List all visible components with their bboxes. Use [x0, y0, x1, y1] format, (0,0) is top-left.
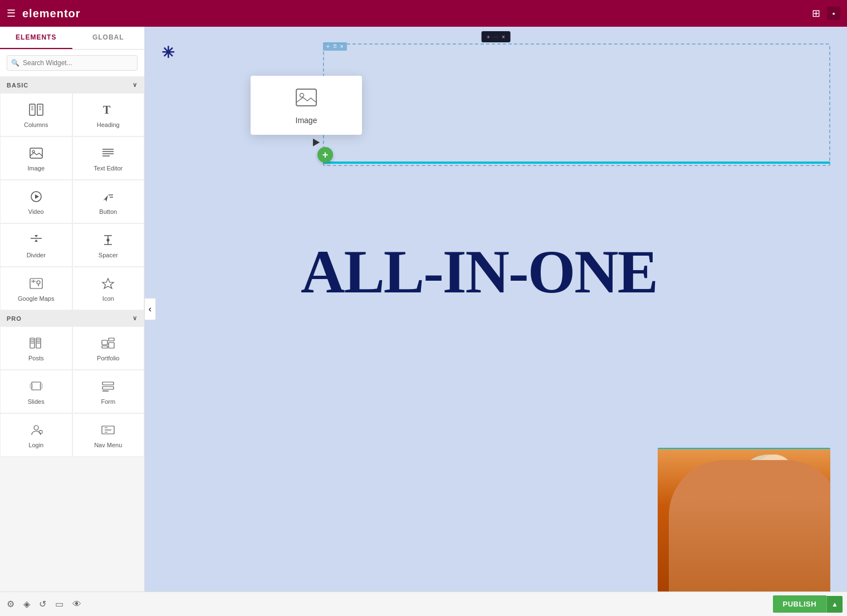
svg-rect-41: [102, 346, 107, 348]
grid-icon[interactable]: ⊞: [812, 7, 820, 19]
widget-columns[interactable]: Columns: [0, 93, 72, 136]
elementor-logo: elementor: [22, 7, 81, 20]
widget-login[interactable]: Login: [0, 413, 72, 457]
bottom-bar-left: ⚙ ◈ ↺ ▭ 👁: [4, 597, 84, 612]
sidebar-tabs: ELEMENTS GLOBAL: [0, 27, 144, 50]
widget-image[interactable]: Image: [0, 136, 72, 180]
widget-divider[interactable]: Divider: [0, 223, 72, 267]
widget-google-maps[interactable]: Google Maps: [0, 267, 72, 310]
pro-section-label: PRO: [7, 315, 22, 322]
canvas-close-btn[interactable]: ×: [502, 34, 505, 40]
responsive-icon[interactable]: ▭: [53, 597, 66, 612]
basic-section-label: BASIC: [7, 82, 28, 89]
widget-heading[interactable]: T Heading: [72, 93, 145, 136]
person-body: [669, 460, 830, 591]
widget-icon[interactable]: Icon: [72, 267, 145, 310]
style-icon[interactable]: ◈: [21, 597, 32, 612]
button-icon: [101, 190, 115, 205]
basic-section: BASIC ∨: [0, 77, 144, 310]
widget-video-label: Video: [28, 208, 44, 215]
pro-section-header[interactable]: PRO ∨: [0, 310, 144, 326]
widget-grid-pro: Posts Portfolio: [0, 326, 144, 457]
basic-section-chevron: ∨: [133, 81, 138, 89]
tab-elements[interactable]: ELEMENTS: [0, 27, 72, 49]
svg-marker-21: [35, 235, 38, 237]
widget-posts[interactable]: Posts: [0, 326, 72, 370]
collapse-sidebar-handle[interactable]: ‹: [145, 298, 156, 320]
heading-icon: T: [101, 104, 115, 118]
widget-video[interactable]: Video: [0, 180, 72, 223]
history-icon[interactable]: ↺: [37, 597, 48, 612]
tab-global[interactable]: GLOBAL: [72, 27, 145, 49]
form-icon: [101, 380, 115, 395]
svg-rect-39: [109, 338, 114, 341]
widget-icon-label: Icon: [102, 295, 114, 302]
widget-spacer[interactable]: Spacer: [72, 223, 145, 267]
widget-grid-basic: Columns T Heading: [0, 93, 144, 310]
widget-text-editor-label: Text Editor: [94, 165, 123, 172]
svg-rect-38: [102, 340, 107, 345]
main-layout: ELEMENTS GLOBAL 🔍 BASIC ∨: [0, 27, 847, 591]
person-in-photo: [658, 449, 830, 591]
add-element-plus-button[interactable]: +: [317, 147, 333, 163]
search-wrapper: 🔍: [7, 55, 138, 71]
settings-icon[interactable]: ⚙: [4, 597, 17, 612]
search-icon: 🔍: [11, 59, 19, 67]
canvas-section[interactable]: [323, 43, 830, 166]
top-bar-right: ⊞ ▪: [812, 7, 840, 20]
widget-slides[interactable]: Slides: [0, 370, 72, 413]
widget-button-label: Button: [99, 208, 117, 215]
widget-spacer-label: Spacer: [99, 252, 118, 258]
slides-icon: [29, 380, 43, 395]
svg-marker-25: [106, 238, 110, 240]
svg-rect-46: [102, 387, 114, 389]
widget-text-editor[interactable]: Text Editor: [72, 136, 145, 180]
google-maps-icon: [29, 277, 43, 292]
publish-btn-group: PUBLISH ▲: [773, 595, 843, 613]
widget-portfolio-label: Portfolio: [97, 355, 119, 361]
search-input[interactable]: [7, 55, 138, 71]
svg-rect-42: [32, 382, 41, 390]
svg-point-10: [32, 150, 35, 153]
cursor-arrow: [310, 136, 320, 146]
canvas-area: ‹ + ··· × ✳ + ⠿ ×: [145, 27, 847, 591]
canvas-photo[interactable]: ✎: [658, 448, 830, 591]
login-icon: [29, 424, 43, 438]
widget-image-label: Image: [27, 165, 45, 172]
top-bar: ☰ elementor ⊞ ▪: [0, 0, 847, 27]
widget-divider-label: Divider: [27, 252, 46, 258]
svg-marker-29: [102, 278, 114, 289]
video-icon: [29, 190, 43, 205]
all-in-one-text: ALL-IN-ONE: [301, 241, 841, 302]
columns-icon: [29, 104, 43, 118]
canvas-star-decoration: ✳: [161, 43, 174, 62]
widget-posts-label: Posts: [28, 355, 44, 361]
text-editor-icon: [101, 147, 115, 162]
widget-portfolio[interactable]: Portfolio: [72, 326, 145, 370]
widget-nav-menu[interactable]: Nav Menu: [72, 413, 145, 457]
hamburger-icon[interactable]: ☰: [7, 7, 16, 19]
svg-point-28: [37, 281, 40, 284]
pro-section-chevron: ∨: [133, 315, 138, 322]
svg-rect-9: [30, 148, 42, 158]
widget-button[interactable]: Button: [72, 180, 145, 223]
widget-form[interactable]: Form: [72, 370, 145, 413]
window-close-button[interactable]: ▪: [827, 7, 840, 20]
widget-login-label: Login: [28, 442, 43, 448]
publish-button[interactable]: PUBLISH: [773, 595, 827, 613]
spacer-icon: [101, 234, 115, 248]
canvas-add-btn[interactable]: +: [487, 34, 490, 40]
svg-rect-27: [30, 278, 42, 289]
publish-dropdown-button[interactable]: ▲: [826, 596, 843, 613]
widget-google-maps-label: Google Maps: [18, 295, 54, 302]
basic-section-header[interactable]: BASIC ∨: [0, 77, 144, 93]
drag-widget-image: Image: [251, 76, 362, 135]
nav-menu-icon: [101, 424, 115, 438]
search-box: 🔍: [0, 50, 144, 77]
eye-icon[interactable]: 👁: [70, 597, 84, 612]
svg-marker-20: [35, 239, 38, 242]
divider-icon: [29, 234, 43, 248]
svg-rect-55: [296, 89, 316, 106]
svg-text:T: T: [103, 104, 111, 116]
image-widget-icon: [29, 147, 43, 162]
